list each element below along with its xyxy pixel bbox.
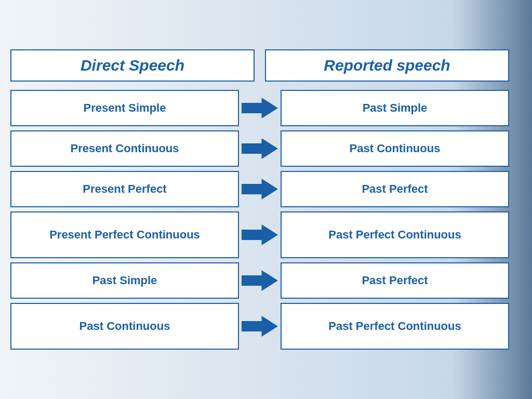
right-tense-1: Past Continuous bbox=[281, 130, 509, 167]
tense-row-5: Past ContinuousPast Perfect Continuous bbox=[10, 303, 509, 350]
reported-speech-header: Reported speech bbox=[265, 49, 509, 82]
tense-row-4: Past SimplePast Perfect bbox=[10, 262, 509, 299]
tense-row-1: Present ContinuousPast Continuous bbox=[10, 130, 509, 167]
tense-row-0: Present SimplePast Simple bbox=[10, 90, 509, 126]
left-tense-5: Past Continuous bbox=[10, 303, 239, 350]
arrow-shape-3 bbox=[242, 224, 278, 245]
right-tense-4: Past Perfect bbox=[281, 262, 509, 299]
arrow-shape-1 bbox=[242, 138, 278, 159]
arrow-1 bbox=[239, 138, 281, 159]
arrow-4 bbox=[239, 270, 281, 291]
arrow-2 bbox=[239, 179, 281, 200]
main-container: Direct Speech Reported speech Present Si… bbox=[10, 49, 509, 350]
direct-speech-header: Direct Speech bbox=[10, 49, 255, 82]
left-tense-0: Present Simple bbox=[10, 90, 239, 126]
left-tense-4: Past Simple bbox=[10, 262, 239, 299]
reported-speech-label: Reported speech bbox=[324, 57, 450, 74]
arrow-shape-5 bbox=[242, 316, 278, 337]
arrow-5 bbox=[239, 316, 281, 337]
arrow-shape-2 bbox=[242, 179, 278, 200]
arrow-3 bbox=[239, 224, 281, 245]
tense-row-3: Present Perfect ContinuousPast Perfect C… bbox=[10, 211, 509, 258]
left-tense-2: Present Perfect bbox=[10, 171, 239, 207]
tense-row-2: Present PerfectPast Perfect bbox=[10, 171, 509, 207]
header-row: Direct Speech Reported speech bbox=[10, 49, 509, 82]
arrow-shape-0 bbox=[242, 98, 278, 118]
right-tense-2: Past Perfect bbox=[281, 171, 509, 207]
direct-speech-label: Direct Speech bbox=[81, 57, 184, 74]
left-tense-3: Present Perfect Continuous bbox=[10, 211, 239, 258]
arrow-shape-4 bbox=[242, 270, 278, 291]
right-tense-0: Past Simple bbox=[281, 90, 509, 126]
content-rows: Present SimplePast SimplePresent Continu… bbox=[10, 90, 509, 350]
right-tense-3: Past Perfect Continuous bbox=[281, 211, 509, 258]
right-tense-5: Past Perfect Continuous bbox=[281, 303, 509, 350]
arrow-0 bbox=[239, 98, 281, 118]
left-tense-1: Present Continuous bbox=[10, 130, 239, 167]
